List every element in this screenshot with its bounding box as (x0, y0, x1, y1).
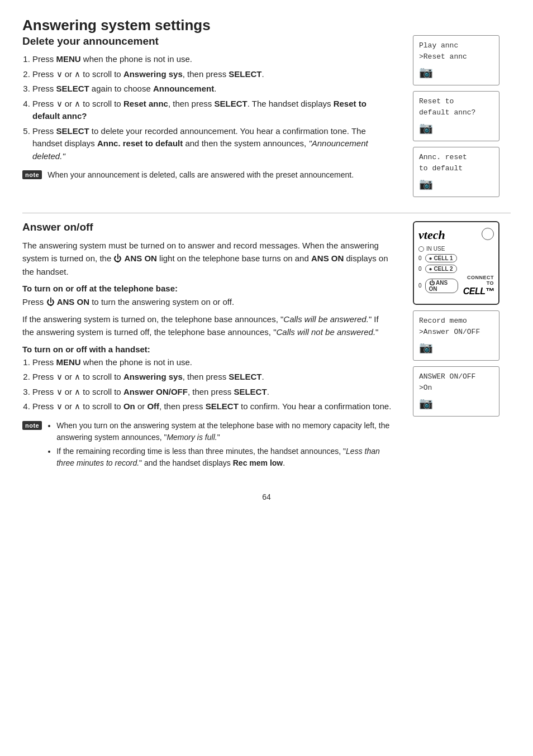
note-text-2: When you turn on the answering system at… (47, 420, 392, 471)
indicator-cell2: 0 ● CELL 2 (418, 265, 494, 273)
lcd-screen-3: Annc. resetto default 📷 (413, 147, 499, 197)
lcd-screen-5: ANSWER ON/OFF>On 📷 (413, 366, 499, 417)
indicator-cell1: 0 ● CELL 1 (418, 254, 494, 262)
note-text-1: When your announcement is deleted, calls… (47, 169, 354, 181)
lcd-5-text: ANSWER ON/OFF>On (419, 371, 493, 393)
section2-title: Answer on/off (22, 221, 392, 233)
step-1: Press MENU when the phone is not in use. (32, 53, 392, 66)
s2-step-2: Press ∨ or ∧ to scroll to Answering sys,… (32, 371, 392, 384)
lcd-4-icon: 📷 (419, 341, 493, 355)
lcd-5-icon: 📷 (419, 396, 493, 410)
lcd-1-text: Play annc>Reset annc (419, 40, 493, 62)
subsection1-text1: Press ⏻ ANS ON to turn the answering sys… (22, 295, 392, 308)
ans-on-oval: ⏻ ANS ON (425, 279, 458, 293)
s2-step-3: Press ∨ or ∧ to scroll to Answer ON/OFF,… (32, 386, 392, 399)
lcd-screen-4: Record memo>Answer ON/OFF 📷 (413, 310, 499, 361)
phone-base-illustration: vtech IN USE 0 ● CELL 1 0 ● CELL 2 0 ⏻ A… (413, 221, 499, 305)
step-2: Press ∨ or ∧ to scroll to Answering sys,… (32, 68, 392, 81)
section-divider (22, 213, 511, 213)
note-box-1: note When your announcement is deleted, … (22, 169, 392, 181)
in-use-label: IN USE (426, 246, 494, 252)
ans-zero: 0 (418, 283, 422, 289)
section2-right-col: vtech IN USE 0 ● CELL 1 0 ● CELL 2 0 ⏻ A… (402, 221, 511, 481)
step-4: Press ∨ or ∧ to scroll to Reset annc, th… (32, 98, 392, 123)
s2-step-4: Press ∨ or ∧ to scroll to On or Off, the… (32, 400, 392, 413)
lcd-2-text: Reset todefault annc? (419, 96, 493, 118)
lcd-2-icon: 📷 (419, 121, 493, 135)
lcd-1-icon: 📷 (419, 65, 493, 79)
indicator-ans-on: 0 ⏻ ANS ON CONNECT TO CELL™ (418, 275, 494, 296)
step-5: Press SELECT to delete your recorded ann… (32, 125, 392, 163)
lcd-4-text: Record memo>Answer ON/OFF (419, 315, 493, 337)
connect-to-label: CONNECT TO (463, 275, 494, 286)
cell1-zero: 0 (418, 255, 422, 261)
lcd-screen-1: Play annc>Reset annc 📷 (413, 35, 499, 85)
section1-steps: Press MENU when the phone is not in use.… (32, 53, 392, 162)
subsection1-title: To turn on or off at the telephone base: (22, 284, 392, 293)
step-3: Press SELECT again to choose Announcemen… (32, 83, 392, 95)
section1-lcd-panels: Play annc>Reset annc 📷 Reset todefault a… (402, 35, 511, 203)
page-number: 64 (22, 492, 511, 501)
subsection2-title: To turn on or off with a handset: (22, 344, 392, 354)
section2-steps: Press MENU when the phone is not in use.… (32, 356, 392, 413)
phone-brand-logo: vtech (418, 228, 445, 242)
phone-circle-indicator (482, 228, 494, 240)
cell1-oval: ● CELL 1 (425, 254, 457, 262)
note-box-2: note When you turn on the answering syst… (22, 420, 392, 471)
lcd-3-text: Annc. resetto default (419, 152, 493, 174)
indicator-in-use: IN USE (418, 246, 494, 252)
lcd-3-icon: 📷 (419, 177, 493, 191)
cell2-oval: ● CELL 2 (425, 265, 457, 273)
subsection1-text2: If the answering system is turned on, th… (22, 313, 392, 339)
note-label-2: note (22, 421, 42, 430)
lcd-screen-2: Reset todefault annc? 📷 (413, 91, 499, 141)
cell-logo: CELL™ (463, 286, 494, 296)
in-use-dot (418, 246, 424, 252)
cell2-zero: 0 (418, 266, 422, 272)
page-title: Answering system settings (22, 17, 511, 34)
s2-step-1: Press MENU when the phone is not in use. (32, 356, 392, 369)
section2-intro: The answering system must be turned on t… (22, 239, 392, 278)
note-label-1: note (22, 170, 42, 179)
section1-title: Delete your announcement (22, 35, 392, 47)
